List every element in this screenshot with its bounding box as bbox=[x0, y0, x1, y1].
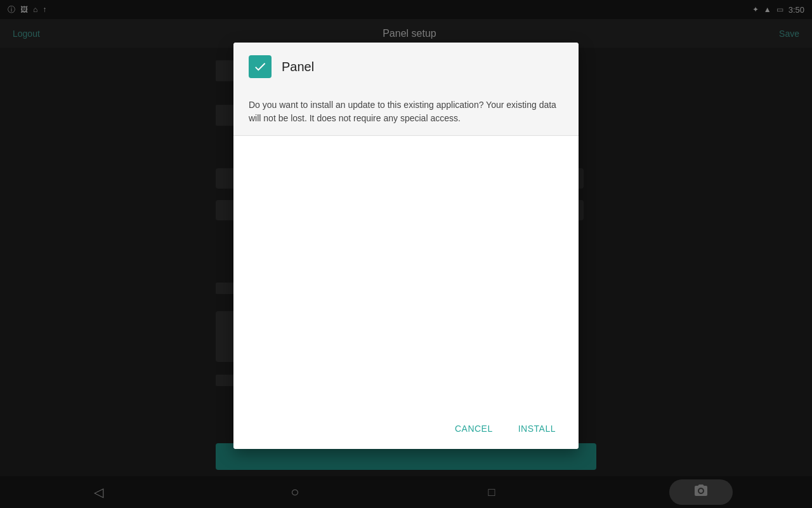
dialog-body: Do you want to install an update to this… bbox=[233, 88, 579, 136]
dialog-message: Do you want to install an update to this… bbox=[249, 98, 563, 125]
dialog-header: Panel bbox=[233, 43, 579, 88]
checkmark-icon bbox=[253, 60, 267, 74]
dialog-title: Panel bbox=[282, 60, 314, 74]
app-icon bbox=[249, 55, 272, 78]
dialog-spacer bbox=[233, 136, 579, 408]
dialog-actions: CANCEL INSTALL bbox=[233, 408, 579, 449]
install-dialog: Panel Do you want to install an update t… bbox=[233, 43, 579, 449]
cancel-button[interactable]: CANCEL bbox=[447, 418, 501, 439]
install-button[interactable]: INSTALL bbox=[511, 418, 563, 439]
